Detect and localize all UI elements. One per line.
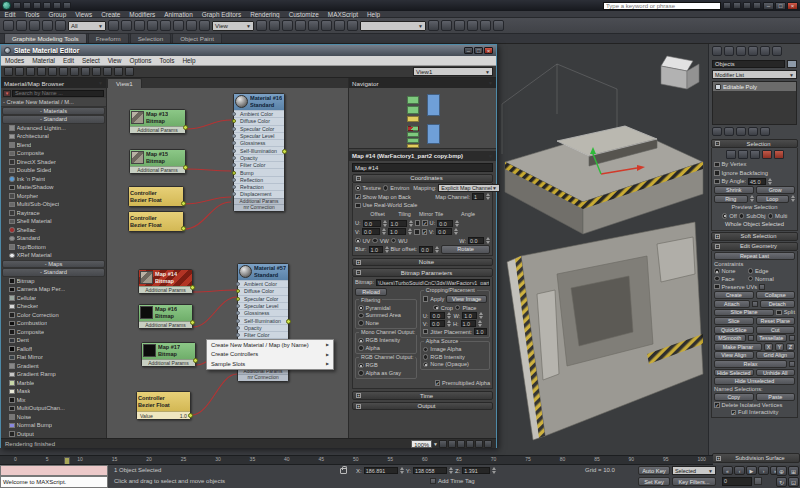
infocenter-search-icon[interactable] (723, 2, 731, 9)
zoom-selected-icon[interactable] (475, 440, 483, 448)
output-socket[interactable] (188, 413, 193, 418)
spinner[interactable] (454, 228, 458, 235)
alpha-as-gray-radio[interactable] (358, 370, 364, 376)
paste-button[interactable]: Paste (756, 393, 796, 401)
premultiplied-alpha-checkbox[interactable]: ✓ (435, 380, 441, 386)
view-image-button[interactable]: View Image (446, 295, 487, 304)
search-options-icon[interactable]: ▼ (3, 90, 11, 97)
node-controller-1[interactable]: ControllerBezier Float (128, 186, 184, 207)
material-id-channel-icon[interactable] (125, 67, 134, 76)
go-to-start-icon[interactable]: « (722, 466, 733, 475)
make-planar-button[interactable]: Make Planar (714, 343, 762, 351)
repeat-last-button[interactable]: Repeat Last (714, 252, 795, 260)
bitmap-path-field[interactable]: \Users\TurboSquid\CnC\3ds\WarFactory1_pa… (376, 279, 490, 286)
utilities-icon[interactable] (772, 46, 782, 56)
spinner[interactable] (409, 220, 413, 227)
loop-button[interactable]: Loop (756, 195, 790, 203)
slot-glossiness[interactable]: Glossiness (238, 309, 288, 316)
menu-customize[interactable]: Customize (284, 11, 323, 18)
attach-list-icon[interactable] (752, 301, 758, 307)
use-pivot-center-icon[interactable] (173, 20, 184, 31)
zoom-region-icon[interactable] (457, 440, 465, 448)
object-name-field[interactable]: Objects (712, 60, 785, 68)
mirror-v-checkbox[interactable] (414, 229, 420, 235)
tiling-u-field[interactable]: 1.0 (389, 220, 407, 227)
browser-item-blend[interactable]: Blend (1, 141, 106, 150)
relax-button[interactable]: Relax (714, 360, 787, 368)
browser-item-xref-material[interactable]: XRef Material (1, 251, 106, 260)
slot-filter-color[interactable]: Filter Color (234, 161, 284, 168)
menu-modifiers[interactable]: Modifiers (125, 11, 160, 18)
menu-maxscript[interactable]: MAXScript (323, 11, 362, 18)
undo-scene-icon[interactable] (43, 2, 51, 9)
full-interactivity-checkbox[interactable]: ✓ (731, 410, 737, 416)
browser-item-double-sided[interactable]: Double Sided (1, 166, 106, 175)
material-name-field[interactable]: Map #14 (352, 163, 493, 172)
slate-menu-help[interactable]: Help (178, 57, 199, 64)
input-socket[interactable] (232, 134, 236, 138)
slate-view-dropdown[interactable]: View1▼ (413, 67, 493, 76)
browser-item-mix[interactable]: Mix (1, 396, 106, 405)
browser-item-marble[interactable]: Marble (1, 379, 106, 388)
slate-menu-tools[interactable]: Tools (155, 57, 178, 64)
select-and-move-icon[interactable] (134, 20, 145, 31)
unhide-all-button[interactable]: Unhide All (756, 369, 796, 377)
move-children-icon[interactable] (59, 67, 68, 76)
minimize-icon[interactable]: – (763, 2, 774, 10)
browser-item-gradient-ramp[interactable]: Gradient Ramp (1, 370, 106, 379)
rollout-soft-selection[interactable]: +Soft Selection (711, 232, 798, 241)
rollout-noise[interactable]: +Noise (352, 258, 493, 267)
relax-settings-icon[interactable] (789, 361, 795, 367)
ribbon-tab-object-paint[interactable]: Object Paint (172, 33, 222, 43)
menu-tools[interactable]: Tools (20, 11, 44, 18)
key-mode-toggle-icon[interactable] (754, 477, 762, 485)
constraint-normal-radio[interactable] (748, 276, 754, 282)
output-socket[interactable] (190, 320, 195, 325)
tile-u-checkbox[interactable]: ✓ (422, 220, 428, 226)
collapse-button[interactable]: Collapse (756, 291, 796, 299)
motion-icon[interactable] (748, 46, 758, 56)
constraint-none-radio[interactable] (714, 268, 720, 274)
slot-filter-color[interactable]: Filter Color (238, 331, 288, 338)
open-file-icon[interactable] (23, 2, 31, 9)
output-socket[interactable] (181, 201, 186, 206)
mirror-u-checkbox[interactable] (415, 220, 421, 226)
preserve-uvs-checkbox[interactable] (714, 284, 720, 290)
spinner[interactable] (447, 312, 451, 319)
project-folder-icon[interactable] (63, 2, 71, 9)
output-socket[interactable] (183, 165, 188, 170)
slate-menu-material[interactable]: Material (28, 57, 59, 64)
menu-help[interactable]: Help (363, 11, 385, 18)
input-socket[interactable] (232, 141, 236, 145)
spinner[interactable] (435, 246, 439, 253)
browser-item-flat-mirror[interactable]: Flat Mirror (1, 353, 106, 362)
crop-w-field[interactable]: 1.0 (462, 312, 477, 319)
input-socket[interactable] (232, 171, 236, 175)
browser-group-materials-standard[interactable]: - Standard (2, 115, 105, 124)
menu-create[interactable]: Create (97, 11, 125, 18)
slot-specular-level[interactable]: Specular Level (234, 132, 284, 139)
navigator-header[interactable]: Navigator▼ (349, 78, 496, 88)
tab-view1[interactable]: View1 (107, 78, 142, 88)
slot-opacity[interactable]: Opacity (238, 324, 288, 331)
set-key-button[interactable]: Set Key (638, 477, 670, 486)
slate-close-icon[interactable]: × (484, 47, 493, 54)
browser-item-combustion[interactable]: Combustion (1, 319, 106, 328)
pyramidal-radio[interactable] (358, 305, 364, 311)
select-object-icon[interactable] (42, 20, 53, 31)
browser-item-dent[interactable]: Dent (1, 336, 106, 345)
pick-material-from-object-icon[interactable] (15, 67, 24, 76)
spinner[interactable] (486, 237, 490, 244)
additional-params-strip[interactable]: Additional Params (139, 286, 192, 293)
spinner-snap-icon[interactable] (295, 20, 306, 31)
use-real-world-scale-checkbox[interactable] (355, 203, 361, 209)
save-file-icon[interactable] (33, 2, 41, 9)
angle-v-field[interactable]: 0.0 (436, 228, 452, 235)
environ-radio[interactable] (383, 185, 389, 191)
delete-selected-icon[interactable] (48, 67, 57, 76)
wu-radio[interactable] (391, 238, 397, 244)
align-icon[interactable] (321, 20, 332, 31)
parameter-header[interactable]: Map #14 (WarFactory1_part2 copy.bmp)▼ (349, 151, 496, 161)
angle-u-field[interactable]: 0.0 (437, 220, 453, 227)
percent-snap-icon[interactable] (282, 20, 293, 31)
